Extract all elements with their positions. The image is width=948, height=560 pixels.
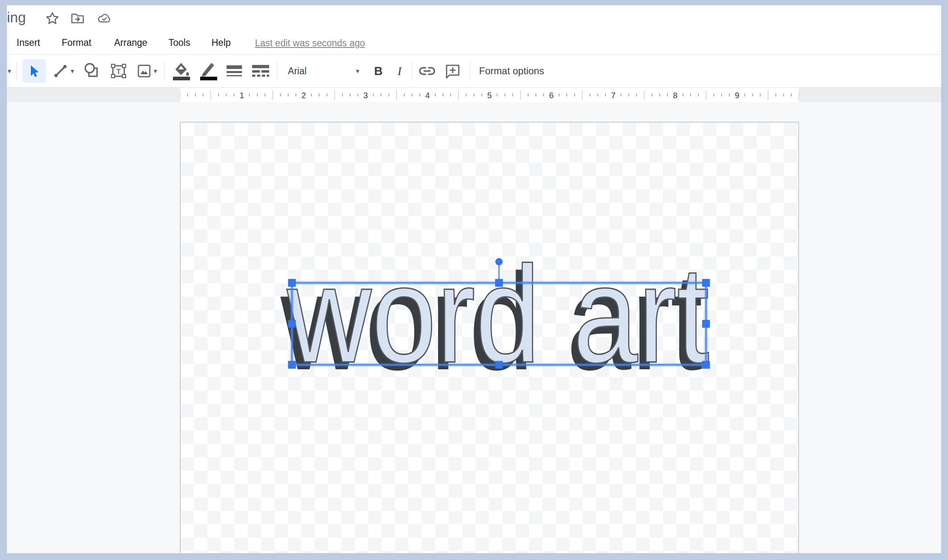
fill-color-button[interactable] [171,60,191,82]
resize-handle-se[interactable] [702,361,710,368]
line-tool-dropdown-icon[interactable]: ▾ [71,68,74,75]
border-color-button[interactable] [199,60,218,82]
star-icon[interactable] [45,11,60,26]
ruler-number: 4 [425,91,430,100]
insert-link-button[interactable] [418,63,436,79]
font-family-value: Arial [288,66,307,77]
toolbar: ▾ ▾ T [7,54,941,87]
border-weight-button[interactable] [226,64,243,78]
ruler-number: 3 [363,91,368,100]
resize-handle-e[interactable] [702,320,710,327]
rotation-handle[interactable] [495,258,503,265]
resize-handle-w[interactable] [288,320,296,327]
resize-handle-n[interactable] [495,279,503,286]
image-tool-dropdown-icon[interactable]: ▾ [154,68,158,75]
shape-tool-button[interactable] [83,62,101,80]
resize-handle-ne[interactable] [702,279,710,286]
workspace: word art word art [7,102,941,553]
italic-button[interactable]: I [393,65,406,78]
app-window: ing Insert Format Arrange Tools Help Las… [7,5,941,553]
ruler[interactable]: 123456789 [180,88,799,103]
ruler-number: 8 [673,91,677,100]
font-family-select[interactable]: Arial ▾ [283,66,363,77]
ruler-number: 1 [240,91,244,100]
svg-text:T: T [116,68,121,75]
ruler-number: 2 [301,91,306,100]
border-dash-button[interactable] [251,64,270,78]
move-to-folder-icon[interactable] [70,11,85,26]
menu-insert[interactable]: Insert [17,37,40,48]
ruler-number: 9 [735,91,739,100]
format-options-button[interactable]: Format options [479,65,544,77]
toolbar-divider [277,62,277,80]
menu-help[interactable]: Help [212,37,231,48]
ruler-number: 6 [549,91,553,100]
ruler-number: 5 [487,91,492,100]
word-art-group: word art word art [279,237,710,398]
menu-format[interactable]: Format [62,37,91,48]
text-box-tool-button[interactable]: T [110,62,127,80]
screenshot-frame: ing Insert Format Arrange Tools Help Las… [0,0,948,560]
resize-handle-nw[interactable] [288,279,296,286]
image-tool-button[interactable] [136,63,152,79]
line-tool-button[interactable] [52,63,69,79]
bold-button[interactable]: B [371,65,385,78]
menubar: Insert Format Arrange Tools Help Last ed… [7,36,941,54]
toolbar-divider [164,62,164,80]
menu-tools[interactable]: Tools [168,37,190,48]
toolbar-divider [17,62,17,80]
document-title[interactable]: ing [7,9,26,26]
toolbar-divider [412,62,412,80]
cloud-saved-icon[interactable] [97,11,111,26]
select-tool-button[interactable] [22,59,46,83]
titlebar: ing [7,5,941,36]
drawing-canvas[interactable]: word art word art [180,122,799,553]
ruler-number: 7 [611,91,615,100]
resize-handle-s[interactable] [495,361,503,368]
clipped-dropdown-icon: ▾ [7,68,12,75]
ruler-bar: 123456789 [7,87,941,102]
insert-comment-button[interactable] [444,62,461,80]
menu-arrange[interactable]: Arrange [114,37,147,48]
toolbar-divider [470,62,470,80]
last-edit-link[interactable]: Last edit was seconds ago [255,38,365,49]
font-dropdown-icon: ▾ [356,68,360,75]
resize-handle-sw[interactable] [288,361,296,368]
